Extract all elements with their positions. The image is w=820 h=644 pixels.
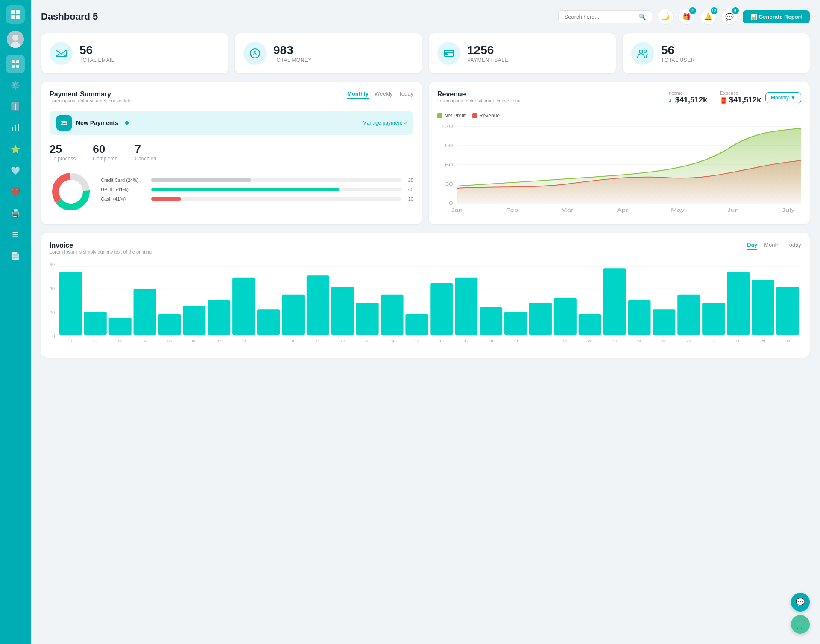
income-label: Income <box>668 90 707 96</box>
bar-track-cash <box>151 197 401 201</box>
svg-rect-13 <box>18 124 19 131</box>
stat-label-payment: PAYMENT SALE <box>467 57 508 63</box>
svg-rect-96 <box>653 309 676 335</box>
svg-rect-66 <box>282 295 305 335</box>
payment-summary-header: Payment Summary Lorem ipsum dolor sit am… <box>50 90 413 109</box>
svg-text:15: 15 <box>415 339 419 343</box>
invoice-y-labels: 60 40 20 0 <box>50 262 55 347</box>
stat-label-email: TOTAL EMAIL <box>79 57 114 63</box>
sidebar-item-dashboard[interactable] <box>6 55 25 73</box>
svg-text:04: 04 <box>143 339 147 343</box>
revenue-subtitle: Lorem ipsum dolor sit amet, consectetur <box>437 98 521 103</box>
svg-rect-78 <box>430 283 453 335</box>
sidebar-item-settings[interactable]: ⚙️ <box>6 76 25 95</box>
bar-label-creditcard: Credit Card (24%) <box>101 178 148 183</box>
gift-btn[interactable]: 🎁 2 <box>679 9 695 25</box>
svg-rect-56 <box>158 314 181 335</box>
sidebar-item-documents[interactable]: 📄 <box>6 247 25 265</box>
svg-text:06: 06 <box>192 339 196 343</box>
income-value: ▲ $41,512k <box>668 96 707 105</box>
sidebar-item-likes[interactable]: 🤍 <box>6 161 25 180</box>
tab-weekly[interactable]: Weekly <box>375 90 392 99</box>
invoice-tab-month[interactable]: Month <box>764 242 779 250</box>
svg-rect-52 <box>109 318 132 335</box>
chat-btn[interactable]: 💬 5 <box>721 9 738 25</box>
svg-text:20: 20 <box>539 339 543 343</box>
invoice-subtitle: Lorem Ipsum is simply dummy text of the … <box>50 249 152 254</box>
bar-row-upi: UPI ID (41%) 60 <box>101 187 413 192</box>
stat-icon-payment <box>437 42 460 65</box>
legend-revenue: Revenue <box>472 113 500 119</box>
canceled-number: 7 <box>135 143 156 156</box>
legend-dot-revenue <box>472 113 477 118</box>
invoice-tab-today[interactable]: Today <box>786 242 801 250</box>
revenue-header-right: Income ▲ $41,512k Expense 🧧 $41,512k <box>668 90 801 105</box>
bar-track-upi <box>151 188 401 191</box>
invoice-title: Invoice <box>50 242 152 249</box>
floating-buttons: 💬 🛒 <box>791 593 810 634</box>
svg-rect-74 <box>381 295 404 335</box>
svg-rect-90 <box>579 314 601 335</box>
bell-btn[interactable]: 🔔 12 <box>700 9 716 25</box>
invoice-chart-svg: 0102030405060708091011121314151617181920… <box>57 262 801 347</box>
stat-number-user: 56 <box>661 44 695 57</box>
svg-point-22 <box>639 50 643 53</box>
svg-text:29: 29 <box>761 339 765 343</box>
stat-number-payment: 1256 <box>467 44 508 57</box>
invoice-tabs: Day Month Today <box>747 242 801 250</box>
svg-text:60: 60 <box>445 162 453 167</box>
sidebar-item-hearts[interactable]: ❤️ <box>6 183 25 201</box>
svg-rect-0 <box>11 10 15 14</box>
search-box[interactable]: 🔍 <box>558 10 652 23</box>
avatar[interactable] <box>7 31 24 48</box>
svg-rect-12 <box>15 125 16 131</box>
svg-text:24: 24 <box>637 339 641 343</box>
stat-label-money: TOTAL MONEY <box>273 57 312 63</box>
expense-label: Expense <box>720 90 761 96</box>
svg-text:07: 07 <box>217 339 221 343</box>
sidebar-item-print[interactable]: 🖨️ <box>6 204 25 223</box>
svg-rect-11 <box>12 127 13 131</box>
rev-income: Income ▲ $41,512k <box>668 90 707 105</box>
bar-fill-creditcard <box>151 178 251 182</box>
tab-today[interactable]: Today <box>398 90 413 99</box>
svg-text:120: 120 <box>441 124 453 129</box>
chat-badge: 5 <box>732 7 739 14</box>
stat-icon-email <box>50 42 73 65</box>
revenue-monthly-dropdown[interactable]: Monthly ▼ <box>765 92 801 103</box>
float-cart-btn[interactable]: 🛒 <box>791 615 810 634</box>
svg-rect-50 <box>84 312 107 335</box>
svg-point-5 <box>12 35 18 41</box>
svg-rect-92 <box>603 268 626 335</box>
svg-rect-10 <box>16 65 19 68</box>
sidebar-item-analytics[interactable] <box>6 119 25 137</box>
stat-label-user: TOTAL USER <box>661 57 695 63</box>
svg-point-23 <box>644 50 647 52</box>
svg-text:$: $ <box>253 50 257 57</box>
sidebar-item-favorites[interactable]: ⭐ <box>6 140 25 159</box>
dark-mode-toggle[interactable]: 🌙 <box>657 9 674 25</box>
svg-rect-88 <box>554 298 577 335</box>
svg-text:30: 30 <box>445 181 453 186</box>
y-label-40: 40 <box>50 286 55 291</box>
manage-payment-link[interactable]: Manage payment > <box>363 120 407 126</box>
canceled-label: Canceled <box>135 156 156 162</box>
payment-bars: Credit Card (24%) 25 UPI ID (41%) 60 <box>101 178 413 206</box>
stat-card-total-email: 56 TOTAL EMAIL <box>41 33 228 73</box>
svg-rect-80 <box>455 278 477 335</box>
svg-text:05: 05 <box>167 339 172 343</box>
sidebar-item-menu[interactable]: ☰ <box>6 225 25 244</box>
invoice-tab-day[interactable]: Day <box>747 242 757 250</box>
generate-report-button[interactable]: 📊 Generate Report <box>743 10 810 23</box>
stat-icon-user <box>631 42 654 65</box>
sidebar-logo[interactable] <box>6 5 25 24</box>
sidebar-item-info[interactable]: ℹ️ <box>6 97 25 116</box>
svg-rect-1 <box>16 10 20 14</box>
svg-rect-8 <box>16 60 19 63</box>
tab-monthly[interactable]: Monthly <box>347 90 369 99</box>
search-input[interactable] <box>565 14 635 20</box>
svg-text:May: May <box>671 207 685 213</box>
float-support-btn[interactable]: 💬 <box>791 593 810 612</box>
svg-text:July: July <box>782 207 795 213</box>
svg-rect-72 <box>356 303 379 335</box>
